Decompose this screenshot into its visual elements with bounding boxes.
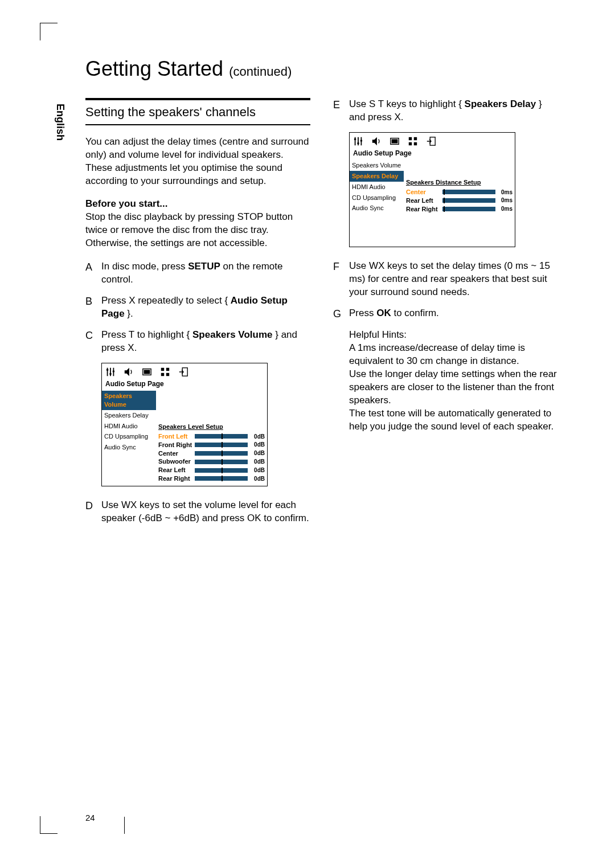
speaker-icon <box>371 136 382 146</box>
panel-body: Speakers Volume Speakers Delay HDMI Audi… <box>350 160 515 247</box>
panel-right-title: Speakers Distance Setup <box>404 177 515 188</box>
crop-mark <box>40 23 58 40</box>
panel-title: Audio Setup Page <box>102 378 267 391</box>
page: Getting Started (continued) English Sett… <box>0 0 615 868</box>
svg-rect-8 <box>166 373 169 376</box>
exit-icon <box>426 136 436 146</box>
svg-rect-6 <box>166 368 169 371</box>
step-a: A In disc mode, press SETUP on the remot… <box>85 260 310 286</box>
tuning-icon <box>105 367 116 377</box>
tuning-icon <box>353 136 363 146</box>
level-row: Front Left0dB <box>156 432 267 441</box>
grid-icon <box>160 367 170 377</box>
level-row: Subwoofer0dB <box>156 457 267 466</box>
panel-right: Speakers Level Setup Front Left0dB Front… <box>156 391 267 486</box>
panel-left-menu: Speakers Volume Speakers Delay HDMI Audi… <box>350 160 404 247</box>
video-icon <box>142 367 152 377</box>
hint-text: The test tone will be automatically gene… <box>349 407 558 433</box>
panel-left-menu: Speakers Volume Speakers Delay HDMI Audi… <box>102 391 156 486</box>
level-row: Center0dB <box>156 449 267 458</box>
language-label: English <box>54 104 66 141</box>
page-number: 24 <box>85 813 95 822</box>
level-row: Rear Left0ms <box>404 196 515 205</box>
svg-rect-16 <box>414 137 417 140</box>
level-row: Rear Right0dB <box>156 474 267 483</box>
menu-item: Speakers Volume <box>102 391 156 410</box>
right-column: E Use S T keys to highlight { Speakers D… <box>333 98 558 533</box>
level-row: Front Right0dB <box>156 441 267 449</box>
helpful-hints: Helpful Hints: A 1ms increase/decrease o… <box>349 329 558 433</box>
exit-icon <box>178 367 188 377</box>
step-letter: G <box>333 307 349 321</box>
svg-rect-4 <box>144 370 150 374</box>
left-column: Setting the speakers' channels You can a… <box>85 98 310 533</box>
svg-rect-5 <box>161 368 164 371</box>
level-bar <box>442 198 495 203</box>
level-row: Rear Left0dB <box>156 466 267 474</box>
level-bar <box>195 434 248 439</box>
video-icon <box>390 136 400 146</box>
panel-icon-row <box>350 133 515 148</box>
step-g: G Press OK to confirm. <box>333 307 558 321</box>
menu-item: Speakers Delay <box>102 410 156 421</box>
step-letter: C <box>85 329 101 355</box>
level-bar <box>442 207 495 211</box>
level-row: Center0ms <box>404 188 515 196</box>
menu-item: Speakers Delay <box>350 171 404 182</box>
svg-point-12 <box>360 140 363 142</box>
hint-text: Use the longer delay time settings when … <box>349 368 558 407</box>
level-row: Rear Right0ms <box>404 205 515 214</box>
svg-point-0 <box>106 369 109 371</box>
menu-item: HDMI Audio <box>350 182 404 193</box>
audio-setup-panel-delay: Audio Setup Page Speakers Volume Speaker… <box>349 132 515 247</box>
level-bar <box>195 460 248 464</box>
step-b: B Press X repeatedly to select { Audio S… <box>85 294 310 321</box>
level-bar <box>442 190 495 194</box>
grid-icon <box>408 136 418 146</box>
svg-point-2 <box>113 370 115 372</box>
header-title: Getting Started <box>85 57 223 80</box>
header-continued: (continued) <box>229 64 292 79</box>
step-letter: D <box>85 499 101 525</box>
step-f: F Use WX keys to set the delay times (0 … <box>333 260 558 299</box>
crop-mark <box>40 816 58 834</box>
menu-item: CD Upsampling <box>350 193 404 203</box>
intro-text: You can adjust the delay times (centre a… <box>85 136 310 188</box>
menu-item: Speakers Volume <box>350 160 404 171</box>
step-e: E Use S T keys to highlight { Speakers D… <box>333 98 558 124</box>
step-letter: B <box>85 294 101 321</box>
svg-rect-17 <box>409 142 412 145</box>
svg-point-1 <box>109 373 112 375</box>
svg-rect-7 <box>161 373 164 376</box>
panel-right: Speakers Distance Setup Center0ms Rear L… <box>404 160 515 247</box>
step-letter: F <box>333 260 349 299</box>
step-d: D Use WX keys to set the volume level fo… <box>85 499 310 525</box>
panel-icon-row <box>102 363 267 378</box>
svg-point-10 <box>354 138 356 140</box>
before-body: Stop the disc playback by pressing STOP … <box>85 211 293 248</box>
speaker-icon <box>124 367 134 377</box>
content-columns: Setting the speakers' channels You can a… <box>85 98 564 533</box>
step-letter: E <box>333 98 349 124</box>
audio-setup-panel-volume: Audio Setup Page Speakers Volume Speaker… <box>101 363 268 486</box>
level-bar <box>195 443 248 447</box>
crop-mark <box>124 817 125 834</box>
page-header: Getting Started (continued) <box>85 57 564 81</box>
svg-rect-15 <box>409 137 412 140</box>
menu-item: Audio Sync <box>350 203 404 214</box>
menu-item: HDMI Audio <box>102 421 156 432</box>
section-title: Setting the speakers' channels <box>85 98 310 125</box>
before-title: Before you start... <box>85 198 168 209</box>
before-you-start: Before you start... Stop the disc playba… <box>85 198 310 250</box>
menu-item: Audio Sync <box>102 442 156 453</box>
panel-body: Speakers Volume Speakers Delay HDMI Audi… <box>102 391 267 486</box>
level-bar <box>195 451 248 456</box>
step-c: C Press T to highlight { Speakers Volume… <box>85 329 310 355</box>
panel-title: Audio Setup Page <box>350 148 515 160</box>
svg-point-11 <box>357 142 359 145</box>
level-bar <box>195 476 248 481</box>
svg-rect-14 <box>392 139 398 143</box>
hints-title: Helpful Hints: <box>349 329 558 342</box>
svg-rect-18 <box>414 142 417 145</box>
level-bar <box>195 468 248 473</box>
